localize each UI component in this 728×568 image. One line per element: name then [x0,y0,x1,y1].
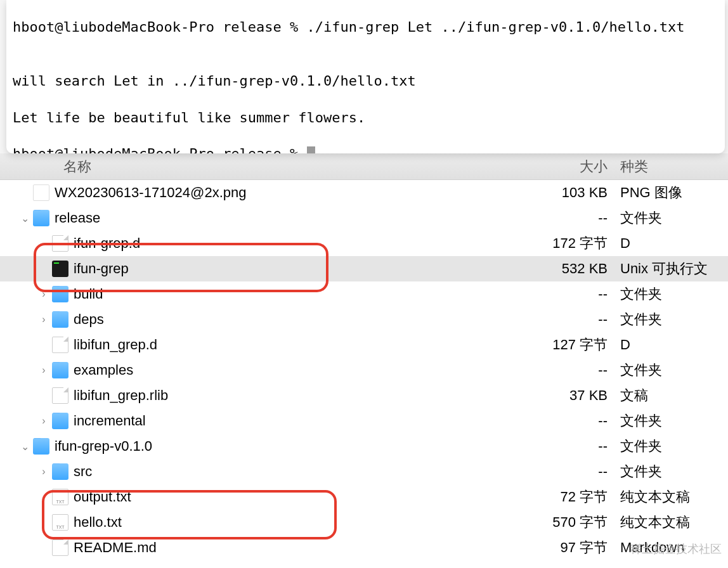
file-name-label: src [74,463,92,480]
column-header-size[interactable]: 大小 [500,157,620,176]
chevron-right-icon[interactable]: › [38,466,49,477]
txt-icon: TXT [52,514,68,531]
file-kind-label: 文件夹 [620,437,728,456]
file-size-label: 532 KB [500,261,620,277]
file-name-label: ifun-grep-v0.1.0 [55,438,152,455]
file-size-label: 570 字节 [500,513,620,532]
file-row[interactable]: ifun-grep.d172 字节D [0,231,728,256]
column-header-name[interactable]: 名称 [63,157,500,176]
file-kind-label: 文件夹 [620,361,728,380]
file-name-cell: ifun-grep [0,261,500,277]
file-row[interactable]: ›examples--文件夹 [0,358,728,383]
chevron-right-icon[interactable]: › [38,288,49,300]
finder-column-header: 名称 大小 种类 [0,153,728,180]
file-kind-label: PNG 图像 [620,183,728,202]
file-name-label: examples [74,362,133,378]
file-size-label: 103 KB [500,184,620,201]
file-kind-label: D [620,337,728,353]
file-name-label: release [55,210,100,226]
file-name-label: libifun_grep.d [74,337,157,353]
file-name-label: ifun-grep.d [74,235,140,252]
file-kind-label: 文件夹 [620,411,728,430]
folder-icon [52,413,68,429]
file-row[interactable]: libifun_grep.d127 字节D [0,332,728,358]
file-kind-label: 纯文本文稿 [620,487,728,507]
folder-icon [33,210,49,226]
terminal-line: Let life be beautiful like summer flower… [13,109,718,127]
file-row[interactable]: ›build--文件夹 [0,281,728,307]
file-name-label: README.md [74,539,157,556]
chevron-down-icon[interactable]: ⌄ [19,212,30,224]
file-row[interactable]: ›deps--文件夹 [0,307,728,332]
column-header-kind[interactable]: 种类 [620,157,728,176]
watermark: 稀土掘金技术社区 [630,541,722,557]
file-name-cell: WX20230613-171024@2x.png [0,184,500,201]
file-name-cell: libifun_grep.rlib [0,387,500,404]
file-size-label: 127 字节 [500,335,620,354]
file-name-cell: ›build [0,286,500,302]
file-kind-label: 文件夹 [620,462,728,481]
file-kind-label: 文件夹 [620,310,728,329]
file-row[interactable]: WX20230613-171024@2x.png103 KBPNG 图像 [0,180,728,205]
file-size-label: 72 字节 [500,487,620,507]
finder-window: 名称 大小 种类 WX20230613-171024@2x.png103 KBP… [0,153,728,568]
file-list: WX20230613-171024@2x.png103 KBPNG 图像⌄rel… [0,180,728,560]
file-row[interactable]: libifun_grep.rlib37 KB文稿 [0,383,728,408]
file-size-label: -- [500,413,620,429]
cursor-icon [307,146,315,153]
file-name-cell: ›incremental [0,413,500,429]
file-row[interactable]: TXToutput.txt72 字节纯文本文稿 [0,484,728,510]
chevron-right-icon[interactable]: › [38,415,49,427]
file-size-label: -- [500,210,620,226]
file-size-label: -- [500,362,620,378]
file-name-cell: ⌄release [0,210,500,226]
file-name-label: ifun-grep [74,261,129,277]
file-name-cell: ›deps [0,311,500,328]
file-size-label: 37 KB [500,387,620,404]
folder-icon [52,362,68,378]
file-row[interactable]: ⌄release--文件夹 [0,205,728,231]
file-size-label: 97 字节 [500,538,620,557]
file-icon [52,539,68,556]
file-kind-label: Unix 可执行文 [620,259,728,278]
txt-icon: TXT [52,489,68,505]
folder-icon [33,438,49,455]
file-name-cell: README.md [0,539,500,556]
exec-icon [52,261,68,277]
img-icon [33,184,49,201]
file-size-label: 172 字节 [500,234,620,253]
file-name-cell: ifun-grep.d [0,235,500,252]
file-row[interactable]: ifun-grep532 KBUnix 可执行文 [0,256,728,281]
chevron-down-icon[interactable]: ⌄ [19,441,30,453]
file-name-cell: ⌄ifun-grep-v0.1.0 [0,438,500,455]
file-name-cell: libifun_grep.d [0,337,500,353]
chevron-right-icon[interactable]: › [38,365,49,376]
chevron-right-icon[interactable]: › [38,314,49,325]
folder-icon [52,463,68,480]
file-name-cell: ›examples [0,362,500,378]
file-icon [52,235,68,252]
file-name-label: libifun_grep.rlib [74,387,168,404]
file-name-label: WX20230613-171024@2x.png [55,184,246,201]
file-name-label: build [74,286,103,302]
file-size-label: -- [500,463,620,480]
file-name-label: deps [74,311,104,328]
file-size-label: -- [500,438,620,455]
terminal-window[interactable]: hboot@liubodeMacBook-Pro release % ./ifu… [6,0,725,153]
file-kind-label: 文稿 [620,386,728,405]
file-kind-label: 文件夹 [620,285,728,304]
file-row[interactable]: README.md97 字节Markdown [0,535,728,560]
file-row[interactable]: ›src--文件夹 [0,459,728,484]
file-row[interactable]: TXThello.txt570 字节纯文本文稿 [0,510,728,535]
file-kind-label: D [620,235,728,252]
file-row[interactable]: ›incremental--文件夹 [0,408,728,434]
file-size-label: -- [500,311,620,328]
file-row[interactable]: ⌄ifun-grep-v0.1.0--文件夹 [0,434,728,459]
terminal-line: hboot@liubodeMacBook-Pro release % ./ifu… [13,18,718,37]
terminal-line: will search Let in ../ifun-grep-v0.1.0/h… [13,72,718,91]
file-icon [52,337,68,353]
folder-icon [52,311,68,328]
folder-icon [52,286,68,302]
file-name-label: output.txt [74,489,131,505]
file-kind-label: 文件夹 [620,209,728,228]
